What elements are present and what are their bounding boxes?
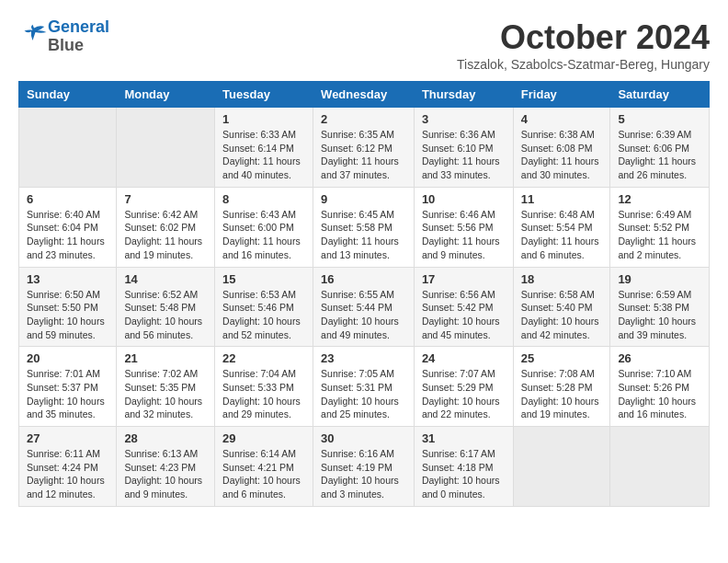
day-info: Sunrise: 7:08 AMSunset: 5:28 PMDaylight:… <box>521 367 603 421</box>
calendar-cell: 20Sunrise: 7:01 AMSunset: 5:37 PMDayligh… <box>19 347 117 427</box>
calendar-table: Sunday Monday Tuesday Wednesday Thursday… <box>18 81 710 507</box>
day-info: Sunrise: 6:11 AMSunset: 4:24 PMDaylight:… <box>27 447 108 501</box>
day-info: Sunrise: 7:04 AMSunset: 5:33 PMDaylight:… <box>222 367 305 421</box>
day-info: Sunrise: 6:16 AMSunset: 4:19 PMDaylight:… <box>321 447 406 501</box>
calendar-cell: 30Sunrise: 6:16 AMSunset: 4:19 PMDayligh… <box>313 427 415 507</box>
logo-bird-icon <box>20 21 48 49</box>
day-info: Sunrise: 6:33 AMSunset: 6:14 PMDaylight:… <box>222 128 305 182</box>
calendar-cell: 5Sunrise: 6:39 AMSunset: 6:06 PMDaylight… <box>610 108 710 188</box>
day-info: Sunrise: 6:48 AMSunset: 5:54 PMDaylight:… <box>521 208 603 262</box>
day-number: 15 <box>222 272 305 286</box>
day-info: Sunrise: 6:36 AMSunset: 6:10 PMDaylight:… <box>422 128 506 182</box>
day-info: Sunrise: 6:35 AMSunset: 6:12 PMDaylight:… <box>321 128 406 182</box>
calendar-cell: 19Sunrise: 6:59 AMSunset: 5:38 PMDayligh… <box>610 267 710 347</box>
day-number: 6 <box>27 192 108 206</box>
week-row-4: 20Sunrise: 7:01 AMSunset: 5:37 PMDayligh… <box>19 347 710 427</box>
day-info: Sunrise: 7:07 AMSunset: 5:29 PMDaylight:… <box>422 367 506 421</box>
day-info: Sunrise: 6:40 AMSunset: 6:04 PMDaylight:… <box>27 208 108 262</box>
calendar-cell: 10Sunrise: 6:46 AMSunset: 5:56 PMDayligh… <box>414 187 513 267</box>
calendar-cell: 26Sunrise: 7:10 AMSunset: 5:26 PMDayligh… <box>610 347 710 427</box>
day-number: 21 <box>124 351 207 365</box>
day-info: Sunrise: 7:02 AMSunset: 5:35 PMDaylight:… <box>124 367 207 421</box>
day-info: Sunrise: 6:49 AMSunset: 5:52 PMDaylight:… <box>618 208 701 262</box>
day-number: 31 <box>422 431 506 445</box>
calendar-cell: 11Sunrise: 6:48 AMSunset: 5:54 PMDayligh… <box>513 187 610 267</box>
day-number: 25 <box>521 351 603 365</box>
calendar-cell: 28Sunrise: 6:13 AMSunset: 4:23 PMDayligh… <box>117 427 215 507</box>
calendar-cell: 18Sunrise: 6:58 AMSunset: 5:40 PMDayligh… <box>513 267 610 347</box>
day-number: 19 <box>618 272 701 286</box>
calendar-cell: 27Sunrise: 6:11 AMSunset: 4:24 PMDayligh… <box>19 427 117 507</box>
day-info: Sunrise: 6:53 AMSunset: 5:46 PMDaylight:… <box>222 288 305 342</box>
day-info: Sunrise: 6:13 AMSunset: 4:23 PMDaylight:… <box>124 447 207 501</box>
day-number: 1 <box>222 112 305 126</box>
day-number: 29 <box>222 431 305 445</box>
page-header: General Blue October 2024 Tiszalok, Szab… <box>18 18 710 72</box>
day-number: 17 <box>422 272 506 286</box>
week-row-1: 1Sunrise: 6:33 AMSunset: 6:14 PMDaylight… <box>19 108 710 188</box>
calendar-cell: 6Sunrise: 6:40 AMSunset: 6:04 PMDaylight… <box>19 187 117 267</box>
logo: General Blue <box>18 18 109 55</box>
day-number: 18 <box>521 272 603 286</box>
calendar-cell <box>610 427 710 507</box>
col-sunday: Sunday <box>19 82 117 108</box>
calendar-cell: 25Sunrise: 7:08 AMSunset: 5:28 PMDayligh… <box>513 347 610 427</box>
calendar-cell: 9Sunrise: 6:45 AMSunset: 5:58 PMDaylight… <box>313 187 415 267</box>
day-number: 5 <box>618 112 701 126</box>
day-number: 8 <box>222 192 305 206</box>
week-row-2: 6Sunrise: 6:40 AMSunset: 6:04 PMDaylight… <box>19 187 710 267</box>
logo-text: General Blue <box>48 18 109 55</box>
day-info: Sunrise: 6:45 AMSunset: 5:58 PMDaylight:… <box>321 208 406 262</box>
calendar-cell: 1Sunrise: 6:33 AMSunset: 6:14 PMDaylight… <box>215 108 313 188</box>
calendar-cell: 12Sunrise: 6:49 AMSunset: 5:52 PMDayligh… <box>610 187 710 267</box>
calendar-cell: 15Sunrise: 6:53 AMSunset: 5:46 PMDayligh… <box>215 267 313 347</box>
day-number: 10 <box>422 192 506 206</box>
day-info: Sunrise: 6:58 AMSunset: 5:40 PMDaylight:… <box>521 288 603 342</box>
week-row-5: 27Sunrise: 6:11 AMSunset: 4:24 PMDayligh… <box>19 427 710 507</box>
day-info: Sunrise: 7:05 AMSunset: 5:31 PMDaylight:… <box>321 367 406 421</box>
day-number: 13 <box>27 272 108 286</box>
day-info: Sunrise: 6:43 AMSunset: 6:00 PMDaylight:… <box>222 208 305 262</box>
day-info: Sunrise: 7:10 AMSunset: 5:26 PMDaylight:… <box>618 367 701 421</box>
day-info: Sunrise: 6:14 AMSunset: 4:21 PMDaylight:… <box>222 447 305 501</box>
day-number: 26 <box>618 351 701 365</box>
day-number: 30 <box>321 431 406 445</box>
calendar-header-row: Sunday Monday Tuesday Wednesday Thursday… <box>19 82 710 108</box>
calendar-cell: 23Sunrise: 7:05 AMSunset: 5:31 PMDayligh… <box>313 347 415 427</box>
day-info: Sunrise: 6:55 AMSunset: 5:44 PMDaylight:… <box>321 288 406 342</box>
calendar-cell: 17Sunrise: 6:56 AMSunset: 5:42 PMDayligh… <box>414 267 513 347</box>
col-monday: Monday <box>117 82 215 108</box>
month-title: October 2024 <box>457 18 710 57</box>
calendar-cell: 3Sunrise: 6:36 AMSunset: 6:10 PMDaylight… <box>414 108 513 188</box>
day-number: 14 <box>124 272 207 286</box>
calendar-cell: 4Sunrise: 6:38 AMSunset: 6:08 PMDaylight… <box>513 108 610 188</box>
day-number: 3 <box>422 112 506 126</box>
day-info: Sunrise: 6:38 AMSunset: 6:08 PMDaylight:… <box>521 128 603 182</box>
day-number: 11 <box>521 192 603 206</box>
calendar-cell: 13Sunrise: 6:50 AMSunset: 5:50 PMDayligh… <box>19 267 117 347</box>
calendar-cell: 2Sunrise: 6:35 AMSunset: 6:12 PMDaylight… <box>313 108 415 188</box>
col-saturday: Saturday <box>610 82 710 108</box>
col-tuesday: Tuesday <box>215 82 313 108</box>
calendar-cell: 21Sunrise: 7:02 AMSunset: 5:35 PMDayligh… <box>117 347 215 427</box>
calendar-cell <box>513 427 610 507</box>
day-number: 2 <box>321 112 406 126</box>
day-number: 12 <box>618 192 701 206</box>
day-number: 9 <box>321 192 406 206</box>
calendar-cell: 16Sunrise: 6:55 AMSunset: 5:44 PMDayligh… <box>313 267 415 347</box>
calendar-body: 1Sunrise: 6:33 AMSunset: 6:14 PMDaylight… <box>19 108 710 507</box>
day-number: 16 <box>321 272 406 286</box>
calendar-cell: 31Sunrise: 6:17 AMSunset: 4:18 PMDayligh… <box>414 427 513 507</box>
day-info: Sunrise: 6:46 AMSunset: 5:56 PMDaylight:… <box>422 208 506 262</box>
day-number: 4 <box>521 112 603 126</box>
day-info: Sunrise: 6:42 AMSunset: 6:02 PMDaylight:… <box>124 208 207 262</box>
day-info: Sunrise: 6:39 AMSunset: 6:06 PMDaylight:… <box>618 128 701 182</box>
title-area: October 2024 Tiszalok, Szabolcs-Szatmar-… <box>457 18 710 72</box>
calendar-cell: 8Sunrise: 6:43 AMSunset: 6:00 PMDaylight… <box>215 187 313 267</box>
col-thursday: Thursday <box>414 82 513 108</box>
calendar-cell <box>19 108 117 188</box>
day-number: 28 <box>124 431 207 445</box>
day-info: Sunrise: 6:59 AMSunset: 5:38 PMDaylight:… <box>618 288 701 342</box>
calendar-cell: 7Sunrise: 6:42 AMSunset: 6:02 PMDaylight… <box>117 187 215 267</box>
calendar-cell: 24Sunrise: 7:07 AMSunset: 5:29 PMDayligh… <box>414 347 513 427</box>
